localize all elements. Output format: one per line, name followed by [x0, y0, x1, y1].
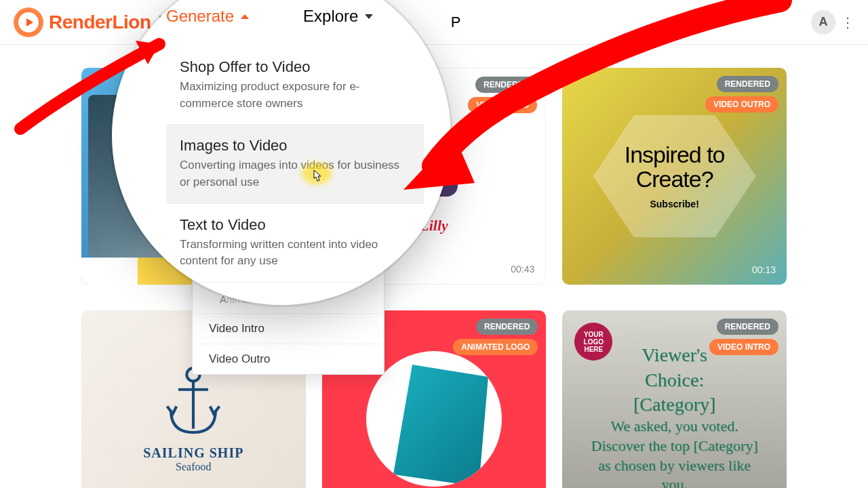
status-badge-rendered: RENDERED	[717, 76, 778, 92]
card4-subtitle: Seafood	[176, 461, 211, 473]
duration-label: 00:43	[511, 264, 534, 274]
play-icon	[88, 262, 102, 278]
anchor-icon	[163, 365, 224, 440]
logo-placeholder-badge: YOURLOGOHERE	[574, 323, 612, 361]
nav-partial[interactable]: P	[451, 14, 461, 31]
dropdown-item-video-intro[interactable]: Video Intro	[193, 314, 384, 344]
caret-up-icon	[241, 14, 249, 19]
type-badge-animated-logo: ANIMATED LOGO	[453, 339, 538, 355]
generate-menu: Shop Offer to Video Maximizing product e…	[166, 46, 424, 283]
logo-icon	[14, 7, 43, 37]
dropdown-item-video-outro[interactable]: Video Outro	[193, 344, 384, 374]
kebab-menu-icon[interactable]: ⋮	[841, 14, 854, 30]
type-badge-video-intro: VIDEO INTRO	[468, 97, 537, 113]
brand-name: RenderLion	[49, 12, 151, 33]
cursor-pointer-icon	[311, 169, 323, 186]
app-header: RenderLion BETA Generate Explore P A ⋮	[0, 0, 868, 45]
duration-label: 00:13	[752, 264, 776, 275]
caret-down-icon	[365, 14, 373, 19]
mag-nav-explore[interactable]: Explore	[303, 7, 373, 26]
user-avatar[interactable]: A	[811, 10, 835, 35]
status-badge-rendered: RENDERED	[475, 77, 537, 93]
card4-title: SAILING SHIP	[143, 445, 243, 461]
type-badge-video-intro: VIDEO INTRO	[709, 339, 778, 355]
header-actions: A ⋮	[811, 10, 854, 35]
mag-nav-generate[interactable]: Generate	[166, 7, 249, 26]
status-badge-rendered: RENDERED	[476, 319, 538, 335]
video-card-3[interactable]: RENDERED VIDEO OUTRO Inspired toCreate? …	[562, 68, 787, 285]
menu-item-shop-offer[interactable]: Shop Offer to Video Maximizing product e…	[166, 46, 424, 125]
type-badge-video-outro: VIDEO OUTRO	[705, 96, 778, 113]
menu-item-images-to-video[interactable]: Images to Video Converting images into v…	[166, 125, 424, 203]
video-card-6[interactable]: RENDERED VIDEO INTRO YOURLOGOHERE Viewer…	[562, 310, 787, 488]
status-badge-rendered: RENDERED	[717, 319, 778, 335]
